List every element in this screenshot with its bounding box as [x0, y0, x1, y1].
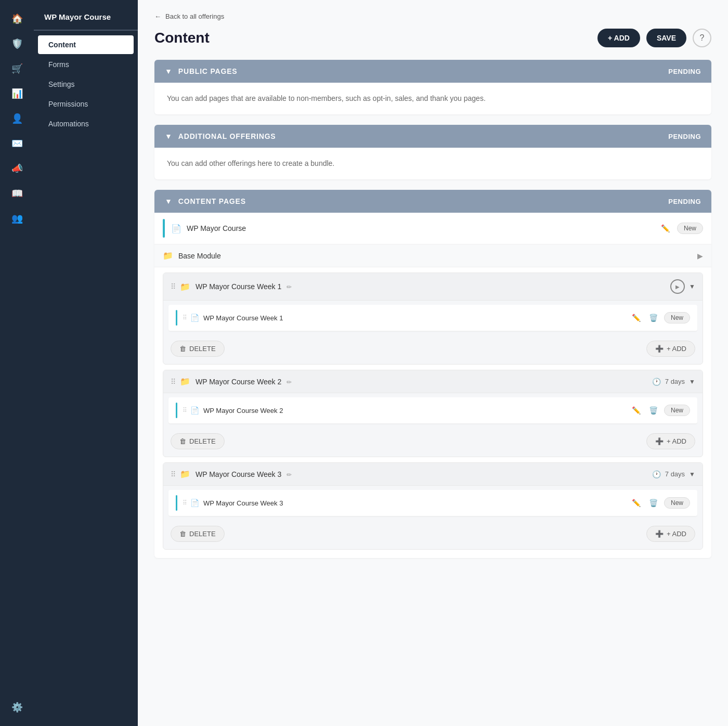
content-pages-header[interactable]: ▼ CONTENT PAGES PENDING — [154, 190, 711, 213]
module-week-2-meta: 🕐 7 days ▼ — [652, 378, 695, 386]
nav-item-content[interactable]: Content — [38, 35, 134, 54]
module-week-3-header: ⠿ 📁 WP Mayor Course Week 3 ✏ 🕐 7 days ▼ — [163, 463, 703, 486]
content-pages-title: CONTENT PAGES — [178, 197, 668, 205]
delete-week-3-button[interactable]: 🗑 DELETE — [171, 526, 225, 542]
add-week-1-item-button[interactable]: ➕ + ADD — [646, 341, 695, 357]
teal-bar-indicator — [176, 403, 177, 418]
edit-top-item-button[interactable]: ✏️ — [659, 222, 672, 235]
additional-offerings-description: You can add other offerings here to crea… — [167, 159, 334, 167]
additional-offerings-title: ADDITIONAL OFFERINGS — [178, 132, 668, 140]
sidebar-icon-shield[interactable]: 🛡️ — [7, 33, 28, 54]
sidebar-icon-chart[interactable]: 📊 — [7, 83, 28, 104]
folder-icon: 📁 — [163, 251, 173, 261]
nav-item-forms[interactable]: Forms — [38, 55, 134, 74]
page-header: Content + ADD SAVE ? — [154, 29, 711, 47]
week-2-item-badge: New — [664, 405, 690, 416]
drag-handle-sm-icon[interactable]: ⠿ — [183, 499, 187, 507]
base-module-row[interactable]: 📁 Base Module ▶ — [154, 244, 711, 267]
additional-offerings-chevron-icon: ▼ — [165, 132, 172, 140]
sidebar-icon-book[interactable]: 📖 — [7, 183, 28, 204]
public-pages-section: ▼ PUBLIC PAGES PENDING You can add pages… — [154, 60, 711, 114]
doc-icon: 📄 — [190, 406, 199, 414]
sidebar-icon-megaphone[interactable]: 📣 — [7, 158, 28, 179]
drag-handle-icon[interactable]: ⠿ — [171, 282, 176, 291]
brand-name: WP Mayor Course — [34, 0, 138, 31]
content-item-week-3-name: WP Mayor Course Week 3 — [203, 499, 630, 507]
main-content: ← Back to all offerings Content + ADD SA… — [138, 0, 728, 726]
edit-week-2-item-button[interactable]: ✏️ — [630, 404, 643, 417]
nav-item-settings[interactable]: Settings — [38, 75, 134, 94]
trash-icon: 🗑 — [179, 345, 186, 353]
public-pages-header[interactable]: ▼ PUBLIC PAGES PENDING — [154, 60, 711, 83]
doc-icon: 📄 — [190, 314, 199, 322]
week-2-delay: 7 days — [665, 378, 685, 385]
module-week-1-content-item: ⠿ 📄 WP Mayor Course Week 1 ✏️ 🗑️ New — [168, 305, 697, 331]
module-week-2-edit-icon[interactable]: ✏ — [287, 379, 292, 386]
public-pages-status: PENDING — [668, 68, 701, 75]
content-pages-status: PENDING — [668, 198, 701, 205]
icon-sidebar: 🏠 🛡️ 🛒 📊 👤 ✉️ 📣 📖 👥 ⚙️ — [0, 0, 34, 726]
module-week-2-footer: 🗑 DELETE ➕ + ADD — [163, 428, 703, 457]
clock-icon: 🕐 — [652, 378, 661, 386]
play-button[interactable]: ▶ — [670, 279, 685, 294]
drag-handle-icon[interactable]: ⠿ — [171, 378, 176, 386]
add-week-3-item-button[interactable]: ➕ + ADD — [646, 526, 695, 542]
back-arrow-icon: ← — [154, 12, 161, 20]
document-icon: 📄 — [171, 224, 181, 234]
week-1-item-badge: New — [664, 312, 690, 323]
additional-offerings-header[interactable]: ▼ ADDITIONAL OFFERINGS PENDING — [154, 125, 711, 148]
content-item-week-3-actions: ✏️ 🗑️ New — [630, 497, 690, 509]
module-week-3-edit-icon[interactable]: ✏ — [287, 471, 292, 478]
sidebar-icon-home[interactable]: 🏠 — [7, 8, 28, 29]
chevron-right-icon: ▶ — [697, 252, 703, 260]
top-item-actions: ✏️ New — [659, 222, 703, 235]
plus-icon: ➕ — [655, 345, 664, 353]
add-label: + ADD — [667, 437, 686, 445]
sidebar-icon-user[interactable]: 👤 — [7, 108, 28, 129]
additional-offerings-body: You can add other offerings here to crea… — [154, 148, 711, 179]
header-actions: + ADD SAVE ? — [597, 29, 711, 47]
sidebar-icon-cart[interactable]: 🛒 — [7, 58, 28, 79]
module-week-3-content-item: ⠿ 📄 WP Mayor Course Week 3 ✏️ 🗑️ New — [168, 490, 697, 516]
trash-icon: 🗑 — [179, 437, 186, 445]
module-week-1-edit-icon[interactable]: ✏ — [287, 283, 292, 291]
save-button[interactable]: SAVE — [646, 29, 686, 47]
public-pages-description: You can add pages that are available to … — [167, 94, 486, 102]
doc-icon: 📄 — [190, 499, 199, 507]
public-pages-chevron-icon: ▼ — [165, 67, 172, 75]
nav-item-permissions[interactable]: Permissions — [38, 95, 134, 113]
delete-week-1-button[interactable]: 🗑 DELETE — [171, 341, 225, 357]
top-item-badge: New — [677, 223, 703, 234]
nav-sidebar: WP Mayor Course Content Forms Settings P… — [34, 0, 138, 726]
add-button[interactable]: + ADD — [597, 29, 640, 47]
module-folder-icon: 📁 — [180, 469, 190, 479]
module-week-3-dropdown-icon[interactable]: ▼ — [689, 471, 695, 478]
teal-bar-indicator — [176, 495, 177, 511]
week-3-delay: 7 days — [665, 470, 685, 478]
delete-week-2-item-button[interactable]: 🗑️ — [647, 404, 660, 417]
delete-week-3-item-button[interactable]: 🗑️ — [647, 497, 660, 509]
drag-handle-sm-icon[interactable]: ⠿ — [183, 407, 187, 414]
back-link[interactable]: ← Back to all offerings — [154, 12, 711, 20]
add-week-2-item-button[interactable]: ➕ + ADD — [646, 433, 695, 449]
public-pages-title: PUBLIC PAGES — [178, 67, 668, 75]
sidebar-icon-email[interactable]: ✉️ — [7, 133, 28, 154]
sidebar-icon-group[interactable]: 👥 — [7, 208, 28, 229]
sidebar-icon-settings[interactable]: ⚙️ — [7, 697, 28, 718]
module-week-1-meta: ▶ ▼ — [670, 279, 695, 294]
delete-week-2-button[interactable]: 🗑 DELETE — [171, 433, 225, 449]
help-button[interactable]: ? — [693, 29, 711, 47]
public-pages-body: You can add pages that are available to … — [154, 83, 711, 114]
module-week-1-dropdown-icon[interactable]: ▼ — [689, 283, 695, 290]
drag-handle-icon[interactable]: ⠿ — [171, 470, 176, 478]
content-pages-section: ▼ CONTENT PAGES PENDING 📄 WP Mayor Cours… — [154, 190, 711, 558]
edit-week-1-item-button[interactable]: ✏️ — [630, 312, 643, 324]
module-week-2-name: WP Mayor Course Week 2 ✏ — [196, 378, 652, 386]
nav-item-automations[interactable]: Automations — [38, 114, 134, 133]
edit-week-3-item-button[interactable]: ✏️ — [630, 497, 643, 509]
delete-week-1-item-button[interactable]: 🗑️ — [647, 312, 660, 324]
module-week-2-dropdown-icon[interactable]: ▼ — [689, 378, 695, 385]
drag-handle-sm-icon[interactable]: ⠿ — [183, 314, 187, 321]
content-item-week-1-actions: ✏️ 🗑️ New — [630, 312, 690, 324]
module-week-3-footer: 🗑 DELETE ➕ + ADD — [163, 521, 703, 549]
